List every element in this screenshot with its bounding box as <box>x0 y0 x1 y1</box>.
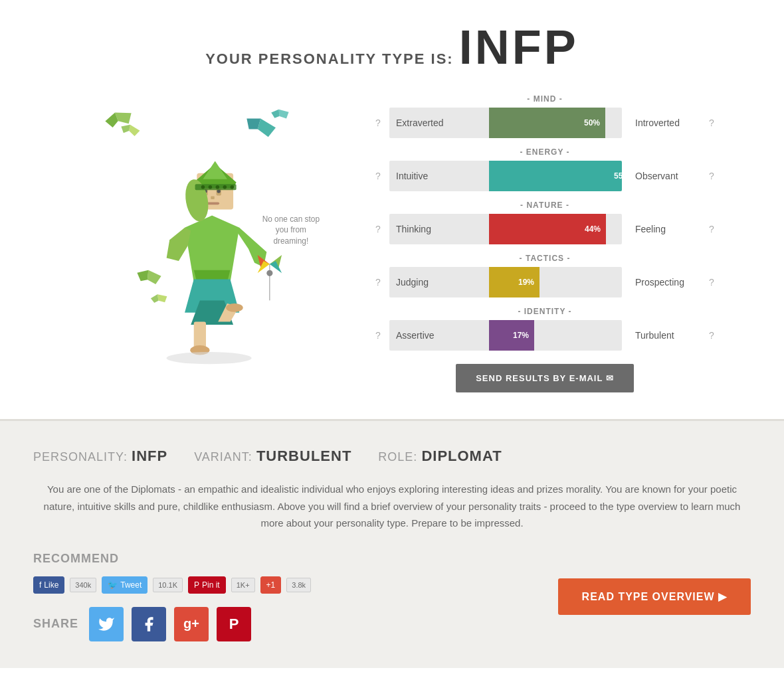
trait-category-mind: - MIND - <box>372 94 718 104</box>
share-row: SHARE g+ <box>33 607 311 641</box>
help-icon-energy-left[interactable]: ? <box>372 171 384 181</box>
svg-marker-41 <box>136 269 148 282</box>
share-pinterest-button[interactable]: P <box>217 607 251 641</box>
character-area: No one can stop you from dreaming! <box>66 94 345 373</box>
role-item: ROLE: DIPLOMAT <box>378 448 502 465</box>
share-label: SHARE <box>33 617 78 631</box>
send-results-button[interactable]: SEND RESULTS BY E-MAIL ✉ <box>456 364 634 392</box>
pinterest-pin-button[interactable]: P Pin it <box>188 576 226 594</box>
bar-pct-energy: 55% <box>614 171 622 181</box>
help-icon-nature-left[interactable]: ? <box>372 224 384 234</box>
bar-pct-tactics: 19% <box>518 278 534 287</box>
svg-marker-18 <box>203 161 227 179</box>
pin-count: 1K+ <box>231 578 255 592</box>
personality-item: PERSONALITY: INFP <box>33 448 167 465</box>
bar-left-tactics: Judging <box>396 277 429 288</box>
trait-group-energy: - ENERGY - ? Intuitive 55% Observant ? <box>372 147 718 191</box>
bar-right-nature: Feeling <box>627 224 700 234</box>
tw-count: 10.1K <box>153 578 183 592</box>
trait-row-tactics: ? Judging 19% Prospecting ? <box>372 267 718 297</box>
top-section: YOUR PERSONALITY TYPE IS: INFP <box>0 0 784 419</box>
fb-count: 340k <box>70 578 96 592</box>
bar-right-identity: Turbulent <box>627 330 700 341</box>
trait-category-identity: - IDENTITY - <box>372 307 718 316</box>
bar-fill-mind: 50% <box>489 108 605 138</box>
fb-icon: f <box>39 580 41 590</box>
recommend-label: RECOMMEND <box>33 552 311 566</box>
trait-category-nature: - NATURE - <box>372 201 718 210</box>
svg-marker-43 <box>150 294 159 303</box>
svg-text:No one can stop: No one can stop <box>262 214 320 224</box>
description-text: You are one of the Diplomats - an empath… <box>33 481 751 532</box>
bar-track-tactics: Judging 19% <box>389 267 622 297</box>
help-icon-tactics-right[interactable]: ? <box>706 277 718 288</box>
personality-summary-row: PERSONALITY: INFP VARIANT: TURBULENT ROL… <box>33 448 751 465</box>
svg-text:you from: you from <box>276 225 306 234</box>
recommend-col: RECOMMEND f Like 340k 🐦 Tweet 10.1K P Pi… <box>33 552 311 641</box>
svg-point-22 <box>209 185 212 189</box>
bar-fill-nature: 44% <box>489 214 606 244</box>
bar-track-energy: Intuitive 55% <box>389 161 622 191</box>
facebook-like-button[interactable]: f Like <box>33 576 64 594</box>
svg-marker-6 <box>279 109 290 120</box>
trait-group-identity: - IDENTITY - ? Assertive 17% Turbulent ? <box>372 307 718 351</box>
trait-category-energy: - ENERGY - <box>372 147 718 157</box>
pin-icon: P <box>194 580 199 590</box>
svg-marker-0 <box>115 108 134 127</box>
gp-count: 3.8k <box>286 578 311 592</box>
bar-pct-identity: 17% <box>513 331 529 340</box>
recommend-share-row: RECOMMEND f Like 340k 🐦 Tweet 10.1K P Pi… <box>33 552 751 641</box>
share-facebook-button[interactable] <box>132 607 166 641</box>
googleplus-button[interactable]: +1 <box>260 576 282 594</box>
svg-point-23 <box>216 185 219 189</box>
svg-marker-40 <box>147 270 162 285</box>
read-type-overview-button[interactable]: READ TYPE OVERVIEW ▶ <box>558 578 751 615</box>
bar-right-mind: Introverted <box>627 118 700 128</box>
svg-marker-7 <box>271 110 280 118</box>
bar-pct-nature: 44% <box>585 224 601 234</box>
help-icon-tactics-left[interactable]: ? <box>372 277 384 288</box>
help-icon-mind-left[interactable]: ? <box>372 118 384 128</box>
svg-point-39 <box>226 303 243 312</box>
page-title: YOUR PERSONALITY TYPE IS: INFP <box>27 20 757 74</box>
bottom-section: PERSONALITY: INFP VARIANT: TURBULENT ROL… <box>0 419 784 668</box>
svg-rect-13 <box>211 196 214 199</box>
trait-row-nature: ? Thinking 44% Feeling ? <box>372 214 718 244</box>
help-icon-mind-right[interactable]: ? <box>706 118 718 128</box>
svg-point-24 <box>223 185 227 189</box>
twitter-tweet-button[interactable]: 🐦 Tweet <box>102 576 147 594</box>
help-icon-identity-left[interactable]: ? <box>372 330 384 341</box>
help-icon-identity-right[interactable]: ? <box>706 330 718 341</box>
svg-point-25 <box>231 185 234 189</box>
bar-fill-identity: 17% <box>489 320 534 351</box>
share-icons-row: g+ P <box>89 607 251 641</box>
bar-right-energy: Observant <box>627 171 700 181</box>
bar-track-nature: Thinking 44% <box>389 214 622 244</box>
variant-value: TURBULENT <box>256 448 351 464</box>
bar-pct-mind: 50% <box>584 118 600 127</box>
svg-rect-36 <box>194 321 206 349</box>
trait-row-identity: ? Assertive 17% Turbulent ? <box>372 320 718 351</box>
bar-left-nature: Thinking <box>396 224 431 234</box>
trait-row-mind: ? Extraverted 50% Introverted ? <box>372 108 718 138</box>
svg-marker-3 <box>120 123 130 133</box>
help-icon-nature-right[interactable]: ? <box>706 224 718 234</box>
personality-value: INFP <box>132 448 167 464</box>
svg-point-21 <box>201 185 205 189</box>
send-btn-area: SEND RESULTS BY E-MAIL ✉ <box>372 364 718 392</box>
svg-point-47 <box>167 352 252 364</box>
bar-left-energy: Intuitive <box>396 171 428 181</box>
trait-category-tactics: - TACTICS - <box>372 254 718 263</box>
bar-left-identity: Assertive <box>396 330 435 341</box>
bar-fill-energy: 55% <box>489 161 622 191</box>
share-twitter-button[interactable] <box>89 607 124 641</box>
svg-text:dreaming!: dreaming! <box>273 236 308 246</box>
content-row: No one can stop you from dreaming! - MIN… <box>27 94 757 392</box>
trait-group-tactics: - TACTICS - ? Judging 19% Prospecting ? <box>372 254 718 297</box>
bar-track-mind: Extraverted 50% <box>389 108 622 138</box>
help-icon-energy-right[interactable]: ? <box>706 171 718 181</box>
bar-fill-tactics: 19% <box>489 267 539 297</box>
trait-group-mind: - MIND - ? Extraverted 50% Introverted ? <box>372 94 718 138</box>
share-googleplus-button[interactable]: g+ <box>174 607 209 641</box>
svg-marker-2 <box>128 125 141 137</box>
